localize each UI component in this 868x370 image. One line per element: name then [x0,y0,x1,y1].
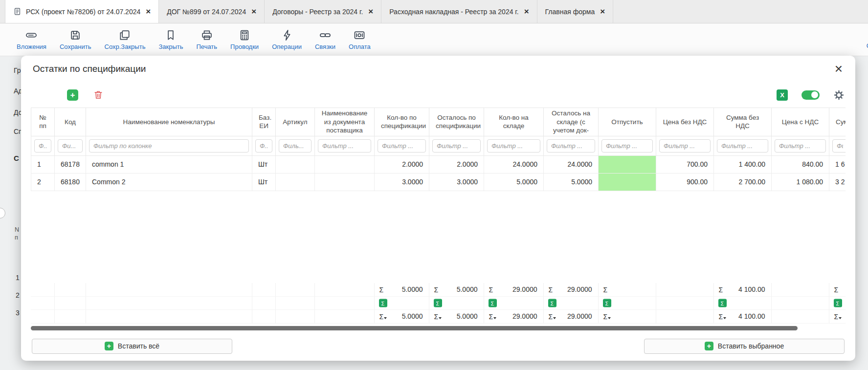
release-qty-cell[interactable] [599,173,656,191]
sigma-icon: Σ [489,286,493,294]
sum-selector-icon[interactable]: Σ [834,299,842,307]
column-header-10[interactable]: Отпустить [599,108,656,136]
toolbar-items: ВложенияСохранитьСохр.ЗакрытьЗакрытьПеча… [17,29,371,50]
toolbar-item-label: Вложения [17,43,46,50]
column-header-4[interactable]: Артикул [276,108,315,136]
toggle-knob [811,91,818,98]
sum-selector-icon[interactable]: Σ [489,299,497,307]
insert-all-button[interactable]: + Вставить всё [32,339,232,354]
filter-input-8[interactable] [487,139,540,152]
filter-input-6[interactable] [378,139,426,152]
total-cell: Σ [713,297,771,310]
payment-icon [353,29,366,42]
filter-toggle[interactable] [801,90,820,100]
toolbar-item-payment[interactable]: Оплата [349,29,371,50]
tab-2[interactable]: ДОГ №899 от 24.07.2024× [159,0,265,23]
total-cell: Σ29.0000 [484,283,543,297]
sum-selector-icon[interactable]: Σ [434,299,442,307]
toolbar-item-links[interactable]: Связки [315,29,335,50]
cell: 3.0000 [429,173,484,191]
tab-close-icon[interactable]: × [524,7,529,16]
total-cell [314,310,374,324]
excel-export-button[interactable]: X [777,89,788,101]
filter-input-3[interactable] [255,139,272,152]
filter-input-4[interactable] [279,139,312,152]
filter-input-14[interactable] [832,139,846,152]
toolbar-item-postings[interactable]: Проводки [230,29,259,50]
tab-close-icon[interactable]: × [146,7,151,16]
filter-input-1[interactable] [58,139,83,152]
filter-input-9[interactable] [547,139,595,152]
sum-selector-icon[interactable]: Σ [379,299,387,307]
filter-input-12[interactable] [717,139,768,152]
tab-1[interactable]: РСХ (проект №78206) от 24.07.2024× [5,0,159,23]
column-header-7[interactable]: Осталось по спецификации [429,108,484,136]
filter-input-2[interactable] [89,139,249,152]
column-header-0[interactable]: № пп [31,108,55,136]
cell: 68180 [55,173,86,191]
panel-collapse-button[interactable] [0,208,5,218]
save-close-icon [118,29,131,42]
filter-input-5[interactable] [318,139,371,152]
horizontal-scrollbar[interactable] [31,326,798,330]
settings-gear-icon[interactable] [833,89,845,101]
release-qty-cell[interactable] [599,155,656,173]
toolbar-item-close-doc[interactable]: Закрыть [158,29,183,50]
total-cell [275,310,314,324]
total-cell [54,297,86,310]
refresh-icon [866,28,868,41]
column-header-3[interactable]: Баз. ЕИ [252,108,276,136]
filter-cell [252,136,276,155]
toolbar-item-operations[interactable]: Операции [272,29,302,50]
filter-input-10[interactable] [601,139,653,152]
delete-row-button[interactable] [93,89,104,100]
sum-selector-icon[interactable]: Σ [718,299,727,307]
tab-label: Главная форма [545,8,595,16]
operations-icon [281,29,293,42]
toolbar-item-save-close[interactable]: Сохр.Закрыть [105,29,146,50]
filter-cell [55,136,86,155]
cell: 5.0000 [544,173,599,191]
sigma-icon: Σ [549,313,556,321]
column-header-11[interactable]: Цена без НДС [656,108,714,136]
tab-close-icon[interactable]: × [368,7,373,16]
toolbar-item-refresh[interactable]: Обн [852,28,868,49]
column-header-9[interactable]: Осталось на складе (с учетом док- [544,108,599,136]
cell: 3 2 [829,173,846,191]
column-header-2[interactable]: Наименование номенклатуры [86,108,252,136]
table-row-2[interactable]: 268180Common 2Шт3.00003.00005.00005.0000… [31,173,846,191]
filter-input-13[interactable] [775,139,826,152]
attachments-icon [25,29,38,42]
toolbar-item-attachments[interactable]: Вложения [17,29,46,50]
column-header-13[interactable]: Цена с НДС [772,108,829,136]
column-header-6[interactable]: Кол-во по спецификации [375,108,429,136]
column-header-14[interactable]: Сум [829,108,846,136]
tab-5[interactable]: Главная форма× [537,0,614,23]
filter-cell [86,136,252,155]
filter-input-11[interactable] [659,139,711,152]
tab-close-icon[interactable]: × [251,7,256,16]
table-row-1[interactable]: 168178common 1Шт2.00002.000024.000024.00… [31,155,846,173]
cell: 840.00 [772,155,829,173]
column-header-5[interactable]: Наименование из документа поставщика [315,108,375,136]
toolbar-item-print[interactable]: Печать [196,29,217,50]
filter-subscript-icon [723,317,726,319]
total-cell [252,283,275,297]
total-cell [86,283,252,297]
close-icon[interactable]: × [835,62,843,76]
add-row-button[interactable]: + [67,89,78,101]
filter-input-7[interactable] [432,139,481,152]
sum-selector-icon[interactable]: Σ [548,299,556,307]
toolbar-item-save[interactable]: Сохранить [60,29,91,50]
sigma-icon: Σ [434,313,442,321]
filter-input-0[interactable] [34,139,51,152]
total-cell: Σ5.0000 [429,283,484,297]
sum-selector-icon[interactable]: Σ [603,299,611,307]
column-header-8[interactable]: Кол-во на складе [484,108,544,136]
tab-close-icon[interactable]: × [600,7,605,16]
column-header-1[interactable]: Код [55,108,86,136]
insert-selected-button[interactable]: + Вставить выбранное [644,339,845,354]
tab-3[interactable]: Договоры - Реестр за 2024 г.× [265,0,381,23]
column-header-12[interactable]: Сумма без НДС [714,108,772,136]
tab-4[interactable]: Расходная накладная - Реестр за 2024 г.× [381,0,537,23]
